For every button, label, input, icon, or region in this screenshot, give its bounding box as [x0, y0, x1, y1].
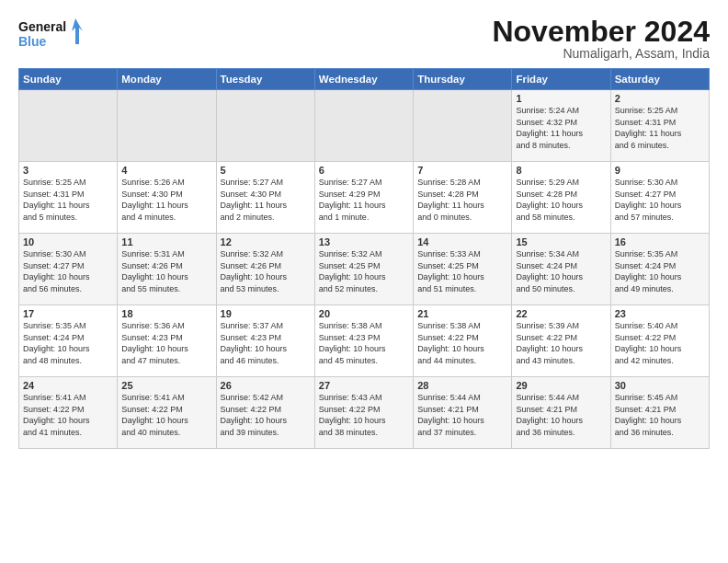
- calendar-cell-w0-d4: [414, 90, 512, 162]
- day-number: 25: [121, 380, 211, 391]
- day-number: 29: [516, 380, 606, 391]
- calendar-cell-w0-d2: [216, 90, 314, 162]
- day-info: Sunrise: 5:27 AM Sunset: 4:29 PM Dayligh…: [319, 177, 409, 223]
- calendar-cell-w4-d1: 25Sunrise: 5:41 AM Sunset: 4:22 PM Dayli…: [118, 377, 216, 449]
- header-wednesday: Wednesday: [314, 69, 413, 90]
- day-info: Sunrise: 5:32 AM Sunset: 4:25 PM Dayligh…: [319, 248, 409, 294]
- day-number: 30: [615, 380, 705, 391]
- day-number: 15: [516, 236, 606, 247]
- day-number: 1: [516, 93, 606, 104]
- calendar-cell-w1-d4: 7Sunrise: 5:28 AM Sunset: 4:28 PM Daylig…: [414, 162, 512, 234]
- calendar-cell-w4-d2: 26Sunrise: 5:42 AM Sunset: 4:22 PM Dayli…: [216, 377, 314, 449]
- calendar-cell-w4-d0: 24Sunrise: 5:41 AM Sunset: 4:22 PM Dayli…: [19, 377, 118, 449]
- day-number: 13: [319, 236, 409, 247]
- calendar-cell-w2-d2: 12Sunrise: 5:32 AM Sunset: 4:26 PM Dayli…: [216, 234, 314, 305]
- calendar-week-3: 17Sunrise: 5:35 AM Sunset: 4:24 PM Dayli…: [19, 305, 710, 377]
- day-info: Sunrise: 5:41 AM Sunset: 4:22 PM Dayligh…: [121, 392, 211, 438]
- calendar-cell-w4-d5: 29Sunrise: 5:44 AM Sunset: 4:21 PM Dayli…: [512, 377, 610, 449]
- day-number: 14: [417, 236, 507, 247]
- calendar-cell-w0-d6: 2Sunrise: 5:25 AM Sunset: 4:31 PM Daylig…: [610, 90, 709, 162]
- day-info: Sunrise: 5:36 AM Sunset: 4:23 PM Dayligh…: [121, 320, 211, 366]
- day-info: Sunrise: 5:38 AM Sunset: 4:22 PM Dayligh…: [417, 320, 507, 366]
- svg-text:Blue: Blue: [18, 34, 47, 49]
- calendar-cell-w3-d4: 21Sunrise: 5:38 AM Sunset: 4:22 PM Dayli…: [414, 305, 512, 377]
- calendar-cell-w0-d0: [19, 90, 118, 162]
- day-number: 19: [221, 308, 311, 319]
- calendar-cell-w3-d3: 20Sunrise: 5:38 AM Sunset: 4:23 PM Dayli…: [314, 305, 413, 377]
- day-info: Sunrise: 5:25 AM Sunset: 4:31 PM Dayligh…: [23, 177, 113, 223]
- day-number: 2: [615, 93, 705, 104]
- calendar-cell-w3-d1: 18Sunrise: 5:36 AM Sunset: 4:23 PM Dayli…: [118, 305, 216, 377]
- logo: General Blue: [18, 17, 83, 53]
- title-block: November 2024 Numaligarh, Assam, India: [492, 17, 710, 61]
- calendar-cell-w2-d0: 10Sunrise: 5:30 AM Sunset: 4:27 PM Dayli…: [19, 234, 118, 305]
- day-info: Sunrise: 5:39 AM Sunset: 4:22 PM Dayligh…: [516, 320, 606, 366]
- day-number: 21: [417, 308, 507, 319]
- day-number: 8: [516, 165, 606, 176]
- svg-text:General: General: [18, 19, 66, 34]
- calendar-cell-w4-d3: 27Sunrise: 5:43 AM Sunset: 4:22 PM Dayli…: [314, 377, 413, 449]
- day-info: Sunrise: 5:24 AM Sunset: 4:32 PM Dayligh…: [516, 105, 606, 151]
- day-info: Sunrise: 5:28 AM Sunset: 4:28 PM Dayligh…: [417, 177, 507, 223]
- calendar-cell-w3-d6: 23Sunrise: 5:40 AM Sunset: 4:22 PM Dayli…: [610, 305, 709, 377]
- header-monday: Monday: [118, 69, 216, 90]
- calendar-cell-w0-d1: [118, 90, 216, 162]
- day-number: 5: [221, 165, 311, 176]
- calendar-cell-w2-d1: 11Sunrise: 5:31 AM Sunset: 4:26 PM Dayli…: [118, 234, 216, 305]
- calendar-cell-w4-d4: 28Sunrise: 5:44 AM Sunset: 4:21 PM Dayli…: [414, 377, 512, 449]
- day-info: Sunrise: 5:35 AM Sunset: 4:24 PM Dayligh…: [23, 320, 113, 366]
- day-number: 28: [417, 380, 507, 391]
- calendar-cell-w0-d5: 1Sunrise: 5:24 AM Sunset: 4:32 PM Daylig…: [512, 90, 610, 162]
- logo-svg: General Blue: [18, 17, 83, 53]
- calendar-body: 1Sunrise: 5:24 AM Sunset: 4:32 PM Daylig…: [19, 90, 710, 449]
- header-sunday: Sunday: [19, 69, 118, 90]
- calendar-cell-w2-d4: 14Sunrise: 5:33 AM Sunset: 4:25 PM Dayli…: [414, 234, 512, 305]
- day-number: 16: [615, 236, 705, 247]
- day-info: Sunrise: 5:44 AM Sunset: 4:21 PM Dayligh…: [516, 392, 606, 438]
- day-number: 22: [516, 308, 606, 319]
- day-number: 27: [319, 380, 409, 391]
- day-number: 6: [319, 165, 409, 176]
- day-number: 17: [23, 308, 113, 319]
- calendar-cell-w1-d6: 9Sunrise: 5:30 AM Sunset: 4:27 PM Daylig…: [610, 162, 709, 234]
- month-title: November 2024: [492, 17, 710, 46]
- header-saturday: Saturday: [610, 69, 709, 90]
- day-number: 24: [23, 380, 113, 391]
- calendar-cell-w1-d2: 5Sunrise: 5:27 AM Sunset: 4:30 PM Daylig…: [216, 162, 314, 234]
- day-number: 12: [221, 236, 311, 247]
- day-number: 23: [615, 308, 705, 319]
- day-info: Sunrise: 5:25 AM Sunset: 4:31 PM Dayligh…: [615, 105, 705, 151]
- header: General Blue November 2024 Numaligarh, A…: [18, 17, 710, 61]
- calendar-cell-w2-d5: 15Sunrise: 5:34 AM Sunset: 4:24 PM Dayli…: [512, 234, 610, 305]
- day-info: Sunrise: 5:26 AM Sunset: 4:30 PM Dayligh…: [121, 177, 211, 223]
- calendar-cell-w2-d3: 13Sunrise: 5:32 AM Sunset: 4:25 PM Dayli…: [314, 234, 413, 305]
- day-info: Sunrise: 5:40 AM Sunset: 4:22 PM Dayligh…: [615, 320, 705, 366]
- day-info: Sunrise: 5:41 AM Sunset: 4:22 PM Dayligh…: [23, 392, 113, 438]
- day-number: 20: [319, 308, 409, 319]
- weekday-header-row: Sunday Monday Tuesday Wednesday Thursday…: [19, 69, 710, 90]
- calendar-cell-w1-d5: 8Sunrise: 5:29 AM Sunset: 4:28 PM Daylig…: [512, 162, 610, 234]
- header-tuesday: Tuesday: [216, 69, 314, 90]
- calendar-cell-w3-d2: 19Sunrise: 5:37 AM Sunset: 4:23 PM Dayli…: [216, 305, 314, 377]
- day-number: 11: [121, 236, 211, 247]
- page: General Blue November 2024 Numaligarh, A…: [0, 0, 728, 563]
- calendar-cell-w4-d6: 30Sunrise: 5:45 AM Sunset: 4:21 PM Dayli…: [610, 377, 709, 449]
- day-info: Sunrise: 5:45 AM Sunset: 4:21 PM Dayligh…: [615, 392, 705, 438]
- header-thursday: Thursday: [414, 69, 512, 90]
- svg-marker-2: [72, 18, 83, 44]
- calendar-cell-w1-d1: 4Sunrise: 5:26 AM Sunset: 4:30 PM Daylig…: [118, 162, 216, 234]
- day-info: Sunrise: 5:33 AM Sunset: 4:25 PM Dayligh…: [417, 248, 507, 294]
- day-info: Sunrise: 5:32 AM Sunset: 4:26 PM Dayligh…: [221, 248, 311, 294]
- day-info: Sunrise: 5:42 AM Sunset: 4:22 PM Dayligh…: [221, 392, 311, 438]
- day-info: Sunrise: 5:31 AM Sunset: 4:26 PM Dayligh…: [121, 248, 211, 294]
- day-info: Sunrise: 5:27 AM Sunset: 4:30 PM Dayligh…: [221, 177, 311, 223]
- calendar: Sunday Monday Tuesday Wednesday Thursday…: [18, 68, 710, 449]
- day-number: 18: [121, 308, 211, 319]
- day-info: Sunrise: 5:34 AM Sunset: 4:24 PM Dayligh…: [516, 248, 606, 294]
- calendar-week-4: 24Sunrise: 5:41 AM Sunset: 4:22 PM Dayli…: [19, 377, 710, 449]
- calendar-cell-w1-d0: 3Sunrise: 5:25 AM Sunset: 4:31 PM Daylig…: [19, 162, 118, 234]
- calendar-cell-w3-d0: 17Sunrise: 5:35 AM Sunset: 4:24 PM Dayli…: [19, 305, 118, 377]
- day-info: Sunrise: 5:44 AM Sunset: 4:21 PM Dayligh…: [417, 392, 507, 438]
- calendar-week-1: 3Sunrise: 5:25 AM Sunset: 4:31 PM Daylig…: [19, 162, 710, 234]
- day-info: Sunrise: 5:43 AM Sunset: 4:22 PM Dayligh…: [319, 392, 409, 438]
